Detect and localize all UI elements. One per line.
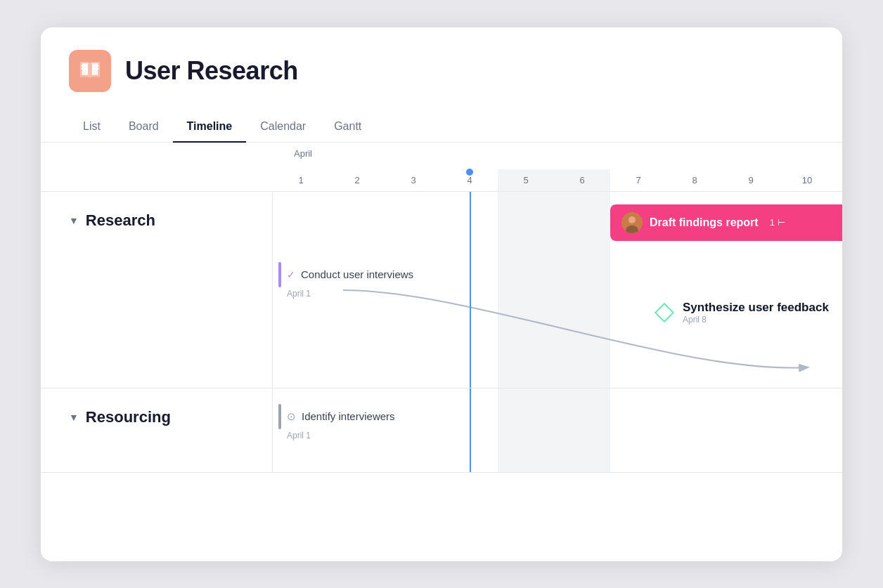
today-line (470, 192, 471, 388)
day-8: 8 (666, 169, 723, 191)
tabs-row: List Board Timeline Calendar Gantt (69, 112, 814, 142)
book-open-icon (78, 59, 102, 83)
badge-count: 1 (770, 217, 775, 228)
today-dot (466, 169, 473, 176)
check-icon: ✓ (287, 269, 295, 280)
day-1: 1 (273, 169, 329, 191)
task-name: Conduct user interviews (301, 268, 413, 280)
task-date: April 1 (287, 289, 413, 299)
project-title: User Research (125, 56, 298, 86)
task-conduct-interviews[interactable]: ✓ Conduct user interviews April 1 (278, 262, 413, 299)
day-10: 10 (779, 169, 835, 191)
day-11: 11 (835, 169, 842, 191)
tab-calendar[interactable]: Calendar (246, 112, 320, 143)
main-card: User Research List Board Timeline Calend… (41, 27, 842, 561)
resourcing-text: Resourcing (86, 408, 171, 426)
subtask-icon: ⊢ (778, 217, 785, 228)
tab-board[interactable]: Board (115, 112, 173, 143)
task-accent-bar-2 (278, 404, 281, 429)
day-3: 3 (385, 169, 442, 191)
day-4: 4 (442, 169, 498, 191)
timeline-wrapper: April 1 2 3 4 5 6 7 8 9 10 11 (41, 143, 842, 473)
task-name-2: Identify interviewers (302, 410, 395, 422)
research-chevron-icon[interactable]: ▼ (69, 215, 79, 226)
resourcing-content: ⊙ Identify interviewers April 1 (273, 388, 842, 472)
tab-list[interactable]: List (69, 112, 115, 143)
day-6: 6 (554, 169, 610, 191)
circle-check-icon: ⊙ (287, 410, 296, 423)
day-2: 2 (329, 169, 385, 191)
shade-band (498, 192, 610, 388)
pink-bar-draft-findings[interactable]: Draft findings report 1 ⊢ (610, 204, 842, 241)
day-9: 9 (723, 169, 779, 191)
day-7: 7 (610, 169, 666, 191)
resourcing-today-line (470, 388, 471, 472)
project-icon (69, 50, 111, 92)
research-section-row: ▼ Research (41, 192, 842, 388)
task-identify-interviewers[interactable]: ⊙ Identify interviewers April 1 (278, 404, 395, 440)
research-label-col: ▼ Research (41, 192, 273, 388)
milestone-text: Synthesize user feedback (683, 301, 829, 315)
task-date-2: April 1 (287, 431, 395, 440)
month-header-row: April (41, 143, 842, 169)
pink-bar-label: Draft findings report (650, 216, 759, 229)
days-row: 1 2 3 4 5 6 7 8 9 10 11 12 (273, 169, 842, 191)
task-accent-bar (278, 262, 281, 287)
research-content: Draft findings report 1 ⊢ ✓ Conduct user… (273, 192, 842, 388)
april-label: April (294, 148, 312, 159)
tab-gantt[interactable]: Gantt (320, 112, 375, 143)
avatar-icon (621, 212, 643, 233)
header: User Research List Board Timeline Calend… (41, 27, 842, 143)
resourcing-shade-band (498, 388, 610, 472)
milestone-diamond-icon (655, 302, 674, 322)
resourcing-chevron-icon[interactable]: ▼ (69, 412, 79, 423)
resourcing-label: ▼ Resourcing (69, 408, 171, 426)
pink-bar-badge: 1 ⊢ (770, 217, 785, 228)
svg-point-5 (629, 216, 636, 223)
milestone-synthesize[interactable]: Synthesize user feedback April 8 (656, 301, 829, 325)
project-title-row: User Research (69, 50, 814, 92)
days-label-spacer (41, 169, 273, 191)
days-header-row: 1 2 3 4 5 6 7 8 9 10 11 12 (41, 169, 842, 192)
tab-timeline[interactable]: Timeline (173, 112, 247, 143)
day-5: 5 (498, 169, 554, 191)
research-label: ▼ Research (69, 211, 155, 230)
research-text: Research (86, 211, 155, 230)
user-avatar (621, 212, 643, 233)
resourcing-label-col: ▼ Resourcing (41, 388, 273, 472)
label-col-spacer (41, 143, 273, 169)
milestone-date: April 8 (683, 315, 829, 325)
month-labels: April (273, 143, 842, 169)
resourcing-section-row: ▼ Resourcing ⊙ Identify interviewers Apr… (41, 388, 842, 473)
